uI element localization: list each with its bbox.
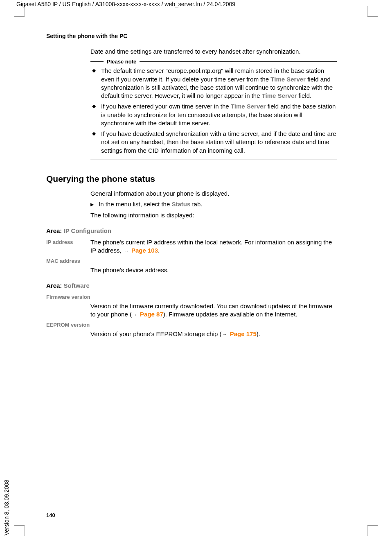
crop-mark bbox=[25, 6, 25, 16]
area-label: Area: bbox=[46, 227, 64, 234]
crop-mark bbox=[367, 16, 378, 17]
step-text: In the menu list, select the bbox=[99, 201, 171, 208]
crop-mark bbox=[14, 525, 25, 526]
area-value: Software bbox=[64, 282, 90, 289]
intro-text: Date and time settings are transferred t… bbox=[46, 47, 337, 56]
arrow-icon: → bbox=[123, 248, 130, 254]
page-link[interactable]: Page 175 bbox=[230, 330, 257, 337]
note-item: If you have deactivated synchronization … bbox=[90, 130, 337, 155]
desc-text: ). Firmware updates are available on the… bbox=[163, 311, 297, 318]
general-info: General information about your phone is … bbox=[46, 190, 337, 198]
time-server-term: Time Server bbox=[262, 92, 297, 99]
step-text: tab. bbox=[190, 201, 202, 208]
status-term: Status bbox=[171, 201, 190, 208]
crop-mark bbox=[14, 16, 25, 17]
note-text: If you have deactivated synchronization … bbox=[101, 130, 336, 154]
crop-mark bbox=[367, 6, 367, 16]
note-text: If you have entered your own time server… bbox=[101, 103, 231, 110]
arrow-icon: → bbox=[132, 312, 138, 318]
arrow-icon: → bbox=[222, 332, 228, 337]
area-value: IP Configuration bbox=[64, 227, 111, 234]
field-firmware-label: Firmware version bbox=[46, 294, 337, 301]
note-item: If you have entered your own time server… bbox=[90, 102, 337, 127]
field-eeprom-label: EEPROM version bbox=[46, 321, 337, 329]
step-item: In the menu list, select the Status tab. bbox=[46, 200, 337, 208]
field-label: IP address bbox=[46, 238, 90, 255]
time-server-term: Time Server bbox=[270, 76, 306, 83]
note-item: The default time server "europe.pool.ntp… bbox=[90, 67, 337, 100]
crop-mark bbox=[367, 526, 367, 536]
field-mac-desc: The phone's device address. bbox=[46, 266, 337, 274]
time-server-term: Time Server bbox=[231, 103, 266, 110]
page-link[interactable]: Page 87 bbox=[140, 311, 163, 318]
crop-mark bbox=[367, 525, 378, 526]
field-eeprom-desc: Version of your phone's EEPROM storage c… bbox=[46, 330, 337, 338]
desc-text: Version of your phone's EEPROM storage c… bbox=[90, 330, 222, 337]
field-ip-address: IP address The phone's current IP addres… bbox=[46, 238, 337, 255]
note-box: Please note The default time server "eur… bbox=[90, 61, 337, 160]
note-text: field. bbox=[297, 92, 311, 99]
field-desc: The phone's current IP address within th… bbox=[90, 238, 337, 255]
heading-querying-phone-status: Querying the phone status bbox=[46, 173, 337, 185]
section-heading: Setting the phone with the PC bbox=[46, 33, 127, 39]
body-content: Date and time settings are transferred t… bbox=[46, 47, 337, 341]
area-heading-software: Area: Software bbox=[46, 282, 337, 290]
area-label: Area: bbox=[46, 282, 64, 289]
field-firmware-desc: Version of the firmware currently downlo… bbox=[46, 302, 337, 319]
version-text: Version 8, 03.09.2008 bbox=[3, 480, 10, 535]
page-header: Gigaset A580 IP / US English / A31008-xx… bbox=[16, 1, 235, 7]
page-number: 140 bbox=[46, 512, 55, 518]
desc-text: ). bbox=[257, 330, 260, 337]
page-link[interactable]: Page 103 bbox=[131, 247, 158, 254]
note-title: Please note bbox=[104, 58, 140, 65]
following-info: The following information is displayed: bbox=[46, 211, 337, 219]
field-mac-label: MAC address bbox=[46, 257, 337, 265]
crop-mark bbox=[25, 526, 25, 536]
area-heading-ip-configuration: Area: IP Configuration bbox=[46, 227, 337, 235]
